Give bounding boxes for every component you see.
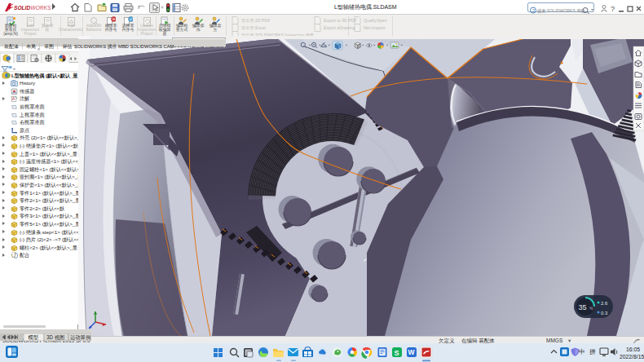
- svg-text:WORKS: WORKS: [31, 5, 52, 11]
- svg-text:导出至 2D PDF: 导出至 2D PDF: [241, 18, 270, 23]
- svg-text:方: 方: [214, 27, 218, 33]
- svg-text:评估: 评估: [63, 44, 73, 50]
- svg-text:查方式: 查方式: [176, 27, 188, 33]
- svg-text:板: 板: [45, 28, 50, 32]
- svg-text:Characteristic: Characteristic: [59, 28, 83, 32]
- svg-text:作: 作: [196, 28, 201, 32]
- svg-text:Net-Inspect: Net-Inspect: [364, 25, 386, 30]
- svg-text:16:05: 16:05: [626, 347, 640, 352]
- svg-text:3D 视图: 3D 视图: [46, 334, 64, 341]
- svg-text:Export to 3D PDF: Export to 3D PDF: [324, 18, 357, 23]
- svg-text:Export eDrawing: Export eDrawing: [324, 25, 355, 30]
- svg-text:Project: Project: [140, 32, 153, 36]
- svg-text:2022/8/15: 2022/8/15: [620, 354, 644, 360]
- svg-text:2.6: 2.6: [601, 301, 608, 306]
- svg-text:QualityXpert: QualityXpert: [364, 18, 387, 23]
- svg-text:SOLIDWORKS CAM: SOLIDWORKS CAM: [130, 44, 174, 49]
- svg-text:导出至 Excel: 导出至 Excel: [241, 25, 266, 30]
- svg-text:MBD: MBD: [118, 44, 129, 49]
- svg-text:搜索 SOLIDWORKS 帮助: 搜索 SOLIDWORKS 帮助: [537, 7, 585, 13]
- svg-text:SOLID: SOLID: [14, 5, 30, 11]
- svg-text:0.3: 0.3: [601, 311, 608, 316]
- svg-text:模型: 模型: [29, 334, 39, 341]
- svg-text:件序号: 件序号: [121, 27, 135, 33]
- svg-text:布局: 布局: [26, 44, 36, 50]
- svg-text:SOLIDWORKS 插件: SOLIDWORKS 插件: [74, 44, 117, 50]
- svg-text:%: %: [589, 306, 593, 311]
- svg-text:W: W: [408, 348, 415, 356]
- svg-text:(amp;N): (amp;N): [3, 32, 18, 36]
- svg-text:Balloons: Balloons: [86, 28, 102, 32]
- svg-text:?: ?: [611, 5, 615, 13]
- svg-text:?: ?: [532, 7, 535, 12]
- svg-text:中: 中: [579, 348, 585, 355]
- svg-text:35: 35: [579, 303, 587, 311]
- svg-text:拼: 拼: [589, 348, 596, 355]
- svg-text:Project: Project: [24, 32, 37, 36]
- svg-text:S: S: [395, 349, 399, 357]
- svg-text:A: A: [12, 97, 15, 102]
- svg-text:件序号: 件序号: [104, 27, 117, 33]
- svg-text:装配体: 装配体: [4, 43, 19, 49]
- svg-text:运动算例1: 运动算例1: [70, 334, 91, 341]
- svg-text:草图: 草图: [44, 43, 54, 50]
